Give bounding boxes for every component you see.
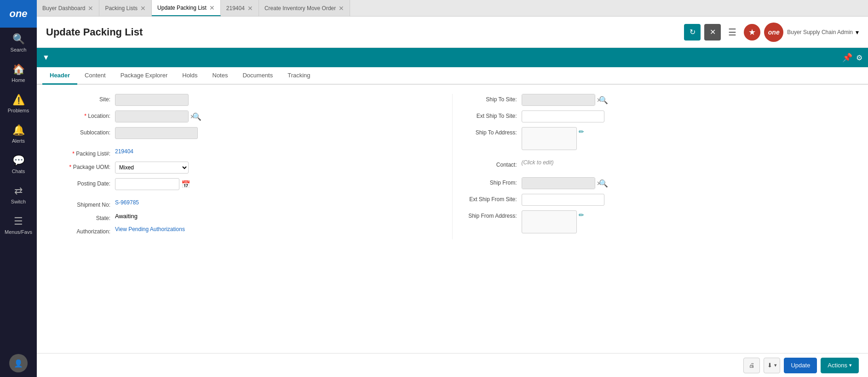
close-tab-packing-lists[interactable]: ✕ bbox=[140, 5, 146, 12]
location-value: ✕ 🔍 bbox=[115, 110, 443, 122]
package-uom-row: Package UOM: Mixed Each Box Pallet bbox=[55, 162, 443, 174]
header-actions: ↻ ✕ ☰ ★ one Buyer Supply Chain Admin ▾ bbox=[684, 23, 859, 42]
ship-to-site-label: Ship To Site: bbox=[462, 94, 522, 103]
ship-to-address-edit-button[interactable]: ✏ bbox=[579, 127, 584, 135]
posting-date-label: Posting Date: bbox=[55, 178, 115, 187]
user-avatar[interactable]: 👤 bbox=[9, 354, 28, 372]
ext-ship-to-site-label: Ext Ship To Site: bbox=[462, 110, 522, 119]
sublocation-label: Sublocation: bbox=[55, 127, 115, 136]
location-search-button[interactable]: 🔍 bbox=[190, 111, 203, 122]
tab-holds[interactable]: Holds bbox=[175, 67, 205, 85]
teal-bar-dropdown-icon[interactable]: ▼ bbox=[42, 53, 50, 62]
shipment-no-link[interactable]: S-969785 bbox=[115, 199, 139, 206]
sidebar-item-chats[interactable]: 💬 Chats bbox=[0, 149, 37, 180]
menu-icon: ☰ bbox=[14, 215, 23, 227]
posting-date-calendar-button[interactable]: 📅 bbox=[181, 180, 190, 189]
close-tab-buyer-dashboard[interactable]: ✕ bbox=[88, 5, 93, 12]
update-button[interactable]: Update bbox=[784, 358, 817, 373]
ship-to-site-search-button[interactable]: 🔍 bbox=[597, 95, 610, 105]
page-header: Update Packing List ↻ ✕ ☰ ★ one Buyer Su… bbox=[37, 17, 868, 48]
ship-from-address-box bbox=[522, 210, 577, 233]
ship-from-input[interactable] bbox=[522, 178, 595, 189]
package-uom-select[interactable]: Mixed Each Box Pallet bbox=[115, 162, 189, 174]
tab-update-packing-list[interactable]: Update Packing List ✕ bbox=[152, 0, 221, 16]
one-logo: one bbox=[764, 23, 783, 42]
ext-ship-from-site-row: Ext Ship From Site: bbox=[462, 194, 850, 206]
tab-create-inventory[interactable]: Create Inventory Move Order ✕ bbox=[259, 0, 350, 16]
tab-content[interactable]: Content bbox=[77, 67, 113, 85]
close-tab-update-packing-list[interactable]: ✕ bbox=[209, 5, 215, 11]
tab-buyer-dashboard[interactable]: Buyer Dashboard ✕ bbox=[37, 0, 99, 16]
sidebar-item-problems[interactable]: ⚠️ Problems bbox=[0, 88, 37, 119]
authorization-link[interactable]: View Pending Authorizations bbox=[115, 226, 185, 232]
tab-packing-lists[interactable]: Packing Lists ✕ bbox=[99, 0, 152, 16]
contact-click-to-edit[interactable]: (Click to edit) bbox=[522, 159, 554, 166]
switch-icon: ⇄ bbox=[14, 185, 23, 197]
teal-bar-settings-icon[interactable]: ⚙ bbox=[856, 53, 862, 62]
download-button[interactable]: ⬇ ▾ bbox=[764, 358, 780, 373]
ship-from-input-container: ✕ bbox=[522, 177, 595, 189]
ship-from-address-value: ✏ bbox=[522, 210, 850, 233]
state-text: Awaiting bbox=[115, 213, 138, 220]
teal-bar-pin-icon[interactable]: 📌 bbox=[842, 52, 852, 63]
content-tabs: Header Content Package Explorer Holds No… bbox=[37, 67, 868, 85]
sidebar-item-menus[interactable]: ☰ Menus/Favs bbox=[0, 210, 37, 240]
packing-list-num-link[interactable]: 219404 bbox=[115, 148, 133, 155]
ship-from-address-edit-button[interactable]: ✏ bbox=[579, 210, 584, 219]
sidebar-bottom: 👤 bbox=[9, 354, 28, 377]
app-logo[interactable]: one bbox=[0, 0, 37, 28]
site-label: Site: bbox=[55, 94, 115, 103]
packing-list-num-row: Packing List#: 219404 bbox=[55, 148, 443, 157]
sublocation-input[interactable] bbox=[115, 127, 198, 139]
close-tab-create-inventory[interactable]: ✕ bbox=[339, 5, 344, 12]
site-value bbox=[115, 94, 443, 106]
state-value: Awaiting bbox=[115, 213, 443, 220]
form-grid: Site: Location: ✕ 🔍 bbox=[46, 94, 859, 239]
sublocation-value bbox=[115, 127, 443, 139]
packing-list-num-label: Packing List#: bbox=[55, 148, 115, 157]
site-input[interactable] bbox=[115, 94, 189, 106]
actions-button[interactable]: Actions ▾ bbox=[821, 358, 859, 373]
download-dropdown-arrow: ▾ bbox=[774, 362, 777, 368]
ship-from-search-button[interactable]: 🔍 bbox=[597, 178, 610, 189]
ship-to-site-input[interactable] bbox=[522, 94, 595, 105]
user-name: Buyer Supply Chain Admin bbox=[787, 29, 853, 35]
form-area: Site: Location: ✕ 🔍 bbox=[37, 85, 868, 353]
ext-ship-to-site-input[interactable] bbox=[522, 110, 604, 122]
ext-ship-to-site-row: Ext Ship To Site: bbox=[462, 110, 850, 122]
bottom-bar: 🖨 ⬇ ▾ Update Actions ▾ bbox=[37, 353, 868, 377]
refresh-button[interactable]: ↻ bbox=[684, 24, 701, 41]
ext-ship-from-site-input[interactable] bbox=[522, 194, 604, 206]
sidebar-item-switch[interactable]: ⇄ Switch bbox=[0, 180, 37, 210]
ship-to-site-value: ✕ 🔍 bbox=[522, 94, 850, 106]
state-row: State: Awaiting bbox=[55, 213, 443, 221]
tab-tracking[interactable]: Tracking bbox=[280, 67, 317, 85]
close-button[interactable]: ✕ bbox=[704, 24, 721, 41]
posting-date-row: Posting Date: 📅 bbox=[55, 178, 443, 190]
authorization-label: Authorization: bbox=[55, 226, 115, 235]
star-badge[interactable]: ★ bbox=[744, 24, 760, 41]
user-dropdown-button[interactable]: ▾ bbox=[856, 29, 859, 36]
posting-date-input[interactable] bbox=[115, 178, 179, 190]
actions-dropdown-arrow: ▾ bbox=[849, 362, 852, 368]
tab-header[interactable]: Header bbox=[42, 67, 77, 85]
location-input[interactable] bbox=[115, 111, 188, 122]
sidebar-item-home[interactable]: 🏠 Home bbox=[0, 58, 37, 88]
sidebar-item-alerts[interactable]: 🔔 Alerts bbox=[0, 119, 37, 149]
tab-package-explorer[interactable]: Package Explorer bbox=[113, 67, 175, 85]
shipment-no-label: Shipment No: bbox=[55, 199, 115, 208]
ship-to-site-row: Ship To Site: ✕ 🔍 bbox=[462, 94, 850, 106]
contact-value: (Click to edit) bbox=[522, 159, 850, 166]
tab-219404[interactable]: 219404 ✕ bbox=[221, 0, 259, 16]
sidebar-item-search[interactable]: 🔍 Search bbox=[0, 28, 37, 58]
site-row: Site: bbox=[55, 94, 443, 106]
tab-documents[interactable]: Documents bbox=[235, 67, 280, 85]
tab-notes[interactable]: Notes bbox=[205, 67, 236, 85]
ship-from-value: ✕ 🔍 bbox=[522, 177, 850, 189]
hamburger-menu-button[interactable]: ☰ bbox=[724, 25, 740, 40]
ship-from-address-row: Ship From Address: ✏ bbox=[462, 210, 850, 233]
ship-from-label: Ship From: bbox=[462, 177, 522, 186]
ship-to-address-row: Ship To Address: ✏ bbox=[462, 127, 850, 150]
close-tab-219404[interactable]: ✕ bbox=[247, 5, 253, 12]
print-button[interactable]: 🖨 bbox=[743, 358, 760, 373]
